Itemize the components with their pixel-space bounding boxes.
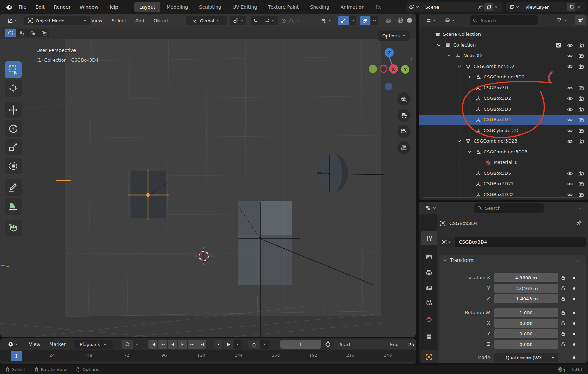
horizontal-scrollbar[interactable]: [424, 197, 582, 198]
stopwatch-icon[interactable]: [325, 341, 331, 347]
workspace-tab-uv-editing[interactable]: UV Editing: [227, 2, 262, 12]
new-collection-button[interactable]: [575, 15, 586, 25]
snap-settings-button[interactable]: [261, 16, 278, 25]
keying-set-button[interactable]: [248, 340, 260, 349]
tool-transform[interactable]: [5, 158, 22, 174]
outliner-search[interactable]: [470, 15, 538, 25]
lock-open-icon[interactable]: [560, 331, 566, 337]
animate-dot[interactable]: [573, 298, 575, 300]
transform-panel-header[interactable]: Transform: [443, 257, 474, 263]
animate-dot[interactable]: [573, 343, 575, 346]
value-slider[interactable]: 0.000: [494, 319, 558, 328]
tool-add-cube[interactable]: [5, 220, 22, 236]
scene-type-button[interactable]: [406, 4, 422, 10]
lock-open-icon[interactable]: [560, 310, 566, 316]
editor-type-button[interactable]: [422, 203, 440, 213]
tool-measure[interactable]: [5, 198, 22, 215]
menu-window[interactable]: Window: [75, 0, 103, 14]
show-overlays-toggle[interactable]: [360, 16, 370, 25]
value-slider[interactable]: 0.000: [494, 329, 558, 338]
outliner-row[interactable]: CSGBox3D2: [419, 94, 588, 104]
pan-button[interactable]: [397, 109, 411, 122]
shading-mode-group[interactable]: [397, 17, 413, 24]
tool-scale[interactable]: [5, 139, 22, 155]
expand-chevron-icon[interactable]: [467, 75, 472, 79]
overlays-settings-button[interactable]: [371, 16, 378, 25]
outliner-row[interactable]: CSGBox3D: [419, 83, 588, 93]
expand-chevron-icon[interactable]: [457, 139, 462, 144]
visibility-eye-icon[interactable]: [567, 138, 573, 144]
outliner-row[interactable]: CSGCombiner3D2: [419, 72, 588, 82]
outliner-row[interactable]: CSGCombiner3D23: [419, 136, 588, 146]
pivot-point-button[interactable]: [230, 16, 246, 25]
tool-rotate[interactable]: [5, 120, 22, 137]
viewlayer-type-button[interactable]: [506, 4, 522, 10]
visibility-eye-icon[interactable]: [567, 117, 573, 123]
mode-dropdown[interactable]: Quaternion (WX...: [494, 353, 558, 362]
workspace-tab-layout[interactable]: Layout: [134, 2, 160, 12]
visibility-eye-icon[interactable]: [567, 42, 573, 48]
workspace-tab-re[interactable]: Re: [371, 2, 387, 12]
outliner-row[interactable]: CSGBox3D22: [419, 179, 588, 189]
value-slider[interactable]: 1.000: [494, 308, 558, 317]
outliner-row[interactable]: CSGCylinder3D: [419, 126, 588, 136]
lock-open-icon[interactable]: [560, 320, 566, 326]
step-back-button[interactable]: [214, 340, 223, 349]
expand-chevron-icon[interactable]: [436, 43, 441, 48]
outliner-row[interactable]: CSGBox3D4: [419, 115, 588, 125]
delete-viewlayer-button[interactable]: [576, 5, 584, 9]
auto-keying-toggle[interactable]: [122, 340, 133, 349]
properties-tab-output[interactable]: [421, 266, 437, 280]
jump-to-start-button[interactable]: [148, 340, 158, 349]
expand-chevron-icon[interactable]: [447, 53, 451, 58]
delete-scene-button[interactable]: [494, 5, 502, 9]
scene-name[interactable]: Scene: [422, 5, 477, 10]
frame-end-field[interactable]: End 25: [385, 340, 416, 349]
next-keyframe-button[interactable]: [188, 340, 197, 349]
play-reverse-button[interactable]: [168, 340, 177, 349]
blender-logo-icon[interactable]: [5, 3, 13, 11]
xray-toggle[interactable]: [384, 16, 393, 25]
pin-icon[interactable]: [477, 4, 483, 10]
properties-tab-scene[interactable]: [421, 296, 437, 310]
expand-chevron-icon[interactable]: [467, 150, 472, 154]
viewport-menu-object[interactable]: Object: [149, 14, 174, 27]
step-forward-button[interactable]: [224, 340, 233, 349]
render-camera-icon[interactable]: [578, 171, 584, 176]
step-settings-button[interactable]: [234, 340, 241, 349]
new-viewlayer-button[interactable]: [567, 3, 575, 11]
outliner-row[interactable]: Scene Collection: [419, 29, 588, 40]
visibility-eye-icon[interactable]: [567, 53, 573, 59]
render-camera-icon[interactable]: [578, 42, 584, 48]
object-name-field[interactable]: CSGBox3D4: [439, 237, 586, 247]
play-button[interactable]: [178, 340, 187, 349]
orientation-selector[interactable]: Global: [186, 16, 227, 25]
render-camera-icon[interactable]: [578, 53, 584, 59]
visibility-eye-icon[interactable]: [567, 181, 573, 187]
properties-tab-viewlayer[interactable]: [421, 281, 437, 295]
visibility-eye-icon[interactable]: [567, 64, 573, 70]
lock-open-icon[interactable]: [560, 296, 566, 302]
render-camera-icon[interactable]: [578, 128, 584, 134]
select-mode-intersect[interactable]: [38, 29, 49, 37]
timeline-menu-view[interactable]: View: [24, 338, 45, 350]
playback-menu[interactable]: Playback: [74, 340, 113, 349]
properties-tab-collection[interactable]: [421, 330, 437, 344]
render-camera-icon[interactable]: [578, 85, 584, 91]
render-camera-icon[interactable]: [578, 138, 584, 144]
previous-keyframe-button[interactable]: [158, 340, 167, 349]
outliner-row[interactable]: CSGCombiner3D23: [419, 147, 588, 157]
select-mode-subtract[interactable]: [27, 29, 38, 37]
tool-move[interactable]: [5, 102, 22, 118]
header-options-chevron[interactable]: [578, 206, 582, 210]
menu-render[interactable]: Render: [49, 0, 75, 14]
ortho-toggle-button[interactable]: [397, 141, 411, 154]
visibility-eye-icon[interactable]: [567, 96, 573, 102]
scene-selector[interactable]: Scene: [406, 2, 503, 12]
timeline-menu-marker[interactable]: Marker: [45, 338, 70, 350]
outliner-row[interactable]: CSGBox3D32: [419, 190, 588, 200]
expand-chevron-icon[interactable]: [457, 64, 462, 69]
menu-help[interactable]: Help: [103, 0, 123, 14]
animate-dot[interactable]: [573, 322, 575, 325]
outliner-row[interactable]: CSGBox3D3: [419, 104, 588, 115]
